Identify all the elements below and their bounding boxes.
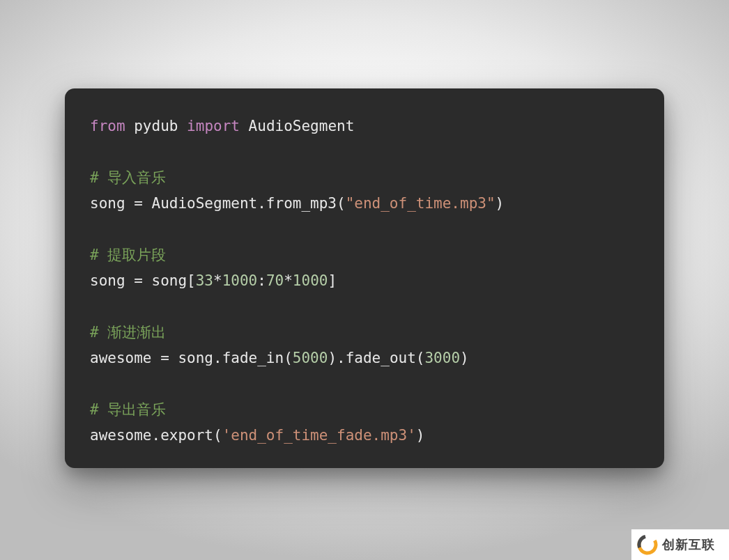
watermark-text: 创新互联 — [662, 536, 715, 553]
code-block: from pydub import AudioSegment # 导入音乐 so… — [90, 114, 639, 449]
tok-module: pydub — [125, 118, 187, 134]
watermark: 创新互联 — [631, 529, 729, 560]
tok-comment: # 导出音乐 — [90, 401, 166, 418]
tok-class: AudioSegment — [240, 118, 354, 134]
tok-number: 3000 — [424, 350, 460, 366]
watermark-logo-icon — [637, 534, 658, 555]
tok-string: "end_of_time.mp3" — [346, 195, 496, 212]
tok-code: song = AudioSegment.from_mp3( — [90, 195, 346, 212]
tok-code: ] — [328, 272, 337, 289]
tok-comment: # 渐进渐出 — [90, 324, 166, 341]
tok-code: ) — [496, 195, 505, 212]
tok-code: awesome.export( — [90, 427, 222, 444]
tok-code: ) — [460, 350, 469, 366]
tok-number: 1000 — [293, 272, 328, 289]
tok-op: * — [213, 272, 222, 289]
tok-number: 33 — [196, 272, 213, 289]
tok-op: * — [284, 272, 293, 289]
tok-number: 1000 — [222, 272, 258, 289]
tok-comment: # 导入音乐 — [90, 169, 166, 186]
tok-code: ) — [416, 427, 425, 444]
tok-string: 'end_of_time_fade.mp3' — [222, 427, 416, 444]
tok-code: song = song[ — [90, 272, 196, 289]
tok-keyword-from: from — [90, 118, 125, 134]
tok-keyword-import: import — [187, 118, 240, 134]
tok-op: : — [257, 272, 266, 289]
tok-code: ).fade_out( — [328, 350, 424, 366]
tok-code: awesome = song.fade_in( — [90, 350, 293, 366]
tok-number: 5000 — [293, 350, 328, 366]
code-card: from pydub import AudioSegment # 导入音乐 so… — [65, 88, 664, 468]
tok-comment: # 提取片段 — [90, 247, 166, 263]
tok-number: 70 — [266, 272, 284, 289]
